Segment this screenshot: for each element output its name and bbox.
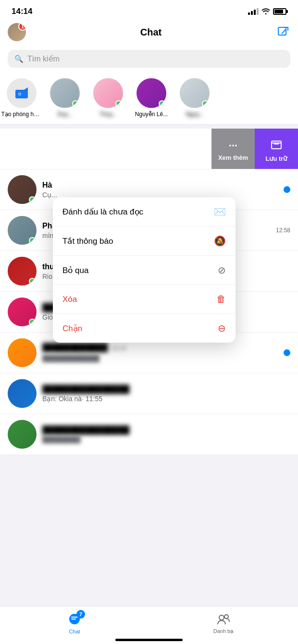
online-indicator bbox=[159, 100, 165, 107]
story-name: Thuy... bbox=[99, 111, 117, 118]
context-menu: Đánh dấu là chưa đọc ✉️ Tắt thông báo 🔕 … bbox=[53, 197, 236, 343]
archive-label: Lưu trữ bbox=[266, 155, 287, 162]
archive-icon bbox=[270, 138, 283, 153]
chat-item-partial[interactable]: mưa 14:05 bbox=[0, 129, 211, 169]
create-room-icon bbox=[7, 78, 37, 108]
profile-avatar[interactable]: 1 bbox=[8, 23, 26, 41]
home-indicator bbox=[115, 639, 183, 641]
ignore-icon: ⊘ bbox=[218, 264, 226, 276]
context-menu-region: Hà Cụ... Ph mìn... 12:58 bbox=[0, 169, 298, 292]
story-item[interactable]: Nguy... bbox=[173, 78, 216, 118]
chat-badge: 7 bbox=[76, 610, 85, 619]
status-bar: 14:14 bbox=[0, 0, 298, 19]
mail-icon: ✉️ bbox=[214, 206, 226, 217]
stories-row: Tạo phòng họp mặt Duy... Thuy... Nguyễn … bbox=[0, 73, 298, 125]
context-delete[interactable]: Xóa 🗑 bbox=[53, 285, 236, 314]
context-block[interactable]: Chặn ⊖ bbox=[53, 314, 236, 343]
chat-avatar bbox=[8, 298, 37, 326]
archive-action-button[interactable]: Lưu trữ bbox=[255, 129, 298, 169]
story-avatar bbox=[93, 78, 123, 108]
chat-content: mưa 14:05 bbox=[0, 142, 204, 156]
status-icons bbox=[248, 8, 286, 16]
chat-avatar bbox=[8, 338, 37, 367]
story-name: Nguy... bbox=[186, 111, 203, 118]
wifi-icon bbox=[261, 8, 270, 16]
search-icon: 🔍 bbox=[14, 55, 24, 63]
chat-time-partial: 14:05 bbox=[0, 149, 204, 156]
signal-icon bbox=[248, 8, 259, 15]
story-name: Duy... bbox=[58, 111, 72, 118]
search-bar: 🔍 Tìm kiếm bbox=[0, 46, 298, 73]
story-item[interactable]: Thuy... bbox=[87, 78, 130, 118]
chat-avatar bbox=[8, 175, 37, 204]
contacts-tab-icon bbox=[216, 611, 231, 627]
chat-content: ████████████████ Bạn: Okia nà· 11:55 bbox=[37, 385, 290, 403]
chat-tab-icon: 7 bbox=[67, 612, 82, 627]
story-name: Nguyễn Lê... bbox=[135, 111, 168, 118]
chat-content: ████████████████ ████████ bbox=[37, 426, 290, 443]
online-indicator bbox=[29, 237, 36, 244]
online-indicator bbox=[29, 196, 36, 203]
context-ignore[interactable]: Bỏ qua ⊘ bbox=[53, 256, 236, 285]
search-input[interactable]: 🔍 Tìm kiếm bbox=[8, 50, 290, 68]
chat-item[interactable]: ████████████████ Bạn: Okia nà· 11:55 bbox=[0, 373, 298, 414]
chat-name: ████████████ bbox=[42, 343, 108, 352]
context-mark-unread[interactable]: Đánh dấu là chưa đọc ✉️ bbox=[53, 197, 236, 227]
chat-avatar bbox=[8, 379, 37, 408]
chat-content: ████████████ 12:14 ████████████ bbox=[37, 343, 284, 362]
chat-avatar bbox=[8, 420, 37, 449]
avatar-badge: 1 bbox=[18, 23, 26, 31]
context-mute-label: Tắt thông báo bbox=[62, 236, 113, 246]
context-ignore-label: Bỏ qua bbox=[62, 265, 88, 275]
chat-avatar bbox=[8, 216, 37, 245]
svg-point-9 bbox=[224, 615, 228, 619]
online-indicator bbox=[72, 100, 79, 107]
chat-name: Hà bbox=[42, 181, 284, 190]
unread-indicator bbox=[284, 186, 290, 193]
chat-name: ████████████████ bbox=[42, 385, 290, 394]
chat-preview: ████████████ bbox=[42, 355, 284, 362]
online-indicator bbox=[202, 100, 209, 107]
chat-preview: Bạn: Okia nà· 11:55 bbox=[42, 395, 290, 403]
story-avatar bbox=[137, 78, 166, 108]
story-create[interactable]: Tạo phòng họp mặt bbox=[0, 78, 43, 118]
chat-avatar bbox=[8, 257, 37, 286]
svg-rect-0 bbox=[278, 27, 286, 35]
online-indicator bbox=[29, 278, 36, 285]
compose-button[interactable] bbox=[276, 25, 290, 39]
contacts-tab-label: Danh bạ bbox=[213, 628, 234, 634]
chat-time: 12:58 bbox=[276, 227, 290, 234]
story-avatar bbox=[50, 78, 80, 108]
context-block-label: Chặn bbox=[62, 323, 82, 334]
svg-rect-6 bbox=[272, 141, 281, 149]
chat-list: ··· Xem thêm Lưu trữ mưa 14:05 bbox=[0, 129, 298, 455]
chat-meta bbox=[284, 349, 290, 356]
chat-name: ████████████████ bbox=[42, 426, 290, 434]
search-placeholder: Tìm kiếm bbox=[27, 54, 60, 63]
chat-item[interactable]: ████████████████ ████████ bbox=[0, 414, 298, 455]
story-avatar bbox=[180, 78, 210, 108]
unread-indicator bbox=[284, 349, 290, 356]
swipe-actions: ··· Xem thêm Lưu trữ bbox=[211, 129, 298, 169]
header: 1 Chat bbox=[0, 19, 298, 46]
more-action-button[interactable]: ··· Xem thêm bbox=[211, 129, 255, 169]
block-icon: ⊖ bbox=[218, 322, 226, 334]
context-mute[interactable]: Tắt thông báo 🔕 bbox=[53, 227, 236, 256]
context-delete-label: Xóa bbox=[62, 295, 77, 304]
chat-tab-label: Chat bbox=[69, 629, 80, 634]
more-label: Xem thêm bbox=[218, 154, 248, 161]
story-item[interactable]: Nguyễn Lê... bbox=[130, 78, 173, 118]
status-time: 14:14 bbox=[12, 7, 32, 16]
context-mark-unread-label: Đánh dấu là chưa đọc bbox=[62, 207, 143, 217]
mute-icon: 🔕 bbox=[214, 235, 226, 247]
delete-icon: 🗑 bbox=[216, 294, 226, 305]
chat-item-swiped: ··· Xem thêm Lưu trữ mưa 14:05 bbox=[0, 129, 298, 169]
chat-preview: ████████ bbox=[42, 436, 290, 443]
more-icon: ··· bbox=[229, 140, 237, 152]
page-title: Chat bbox=[140, 27, 161, 38]
story-create-label: Tạo phòng họp mặt bbox=[1, 111, 42, 118]
online-indicator bbox=[29, 319, 36, 325]
chat-preview-partial: mưa bbox=[0, 142, 204, 149]
chat-meta: 12:58 bbox=[276, 227, 290, 234]
story-item[interactable]: Duy... bbox=[43, 78, 87, 118]
